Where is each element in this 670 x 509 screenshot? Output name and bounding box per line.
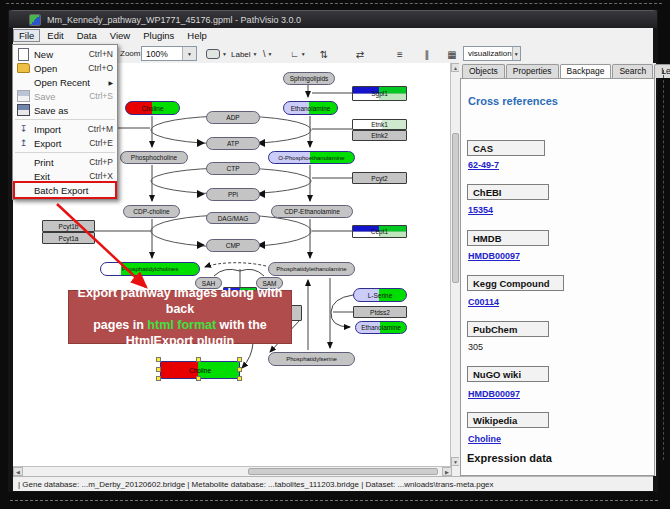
desktop-top-artifact xyxy=(6,3,662,4)
selection-handle[interactable] xyxy=(156,357,161,362)
pathway-node-phosphatidylserine[interactable]: Phosphatidylserine xyxy=(268,352,355,366)
section-header-nugo: NuGO wiki xyxy=(467,366,549,382)
pathway-node-o-phosphoethanolamine[interactable]: O-Phosphoethanolamine xyxy=(268,151,355,164)
section-header-kegg: Kegg Compound xyxy=(467,275,564,291)
tab-backpage[interactable]: Backpage xyxy=(560,64,612,78)
pathway-node-ppi[interactable]: PPi xyxy=(206,188,260,201)
scroll-right-button[interactable]: ▶ xyxy=(442,467,452,476)
window-title: Mm_Kennedy_pathway_WP1771_45176.gpml - P… xyxy=(47,15,301,25)
save-icon xyxy=(17,91,30,102)
pathway-node-dag-mag[interactable]: DAG/MAG xyxy=(206,212,260,224)
selection-handle[interactable] xyxy=(156,376,161,381)
selection-handle[interactable] xyxy=(237,367,242,372)
menu-help[interactable]: Help xyxy=(181,29,213,42)
pathway-node-adp[interactable]: ADP xyxy=(206,111,260,124)
zoom-label: Zoom: xyxy=(120,49,143,58)
menu-item-export[interactable]: ↥ Export Ctrl+E xyxy=(13,136,117,150)
stack-horizontal-icon: ▦ xyxy=(447,49,456,60)
label-tool-button[interactable]: Label ▼ xyxy=(231,47,258,61)
annotation-line2: pages in html format with the xyxy=(93,317,267,333)
dropdown-arrow-icon: ▼ xyxy=(268,51,273,57)
stack-vertical-button[interactable]: ∥ xyxy=(419,46,435,62)
xref-link-chebi[interactable]: 15354 xyxy=(468,205,493,215)
tab-properties[interactable]: Properties xyxy=(506,64,559,78)
menu-item-print[interactable]: Print Ctrl+P xyxy=(13,155,117,169)
pathway-node-phosphatidylcholines[interactable]: Phosphatidylcholines xyxy=(100,262,200,276)
pathway-node-phosphocholine[interactable]: Phosphocholine xyxy=(120,151,188,164)
menu-plugins[interactable]: Plugins xyxy=(137,29,180,42)
title-bar[interactable]: Mm_Kennedy_pathway_WP1771_45176.gpml - P… xyxy=(9,11,657,28)
align-horizontal-button[interactable]: ⇄ xyxy=(352,46,368,62)
selection-handle[interactable] xyxy=(156,367,161,372)
xref-link-nugo[interactable]: HMDB00097 xyxy=(468,389,520,399)
menu-item-label: Exit xyxy=(34,171,50,182)
pathway-node-pcyt1a[interactable]: Pcyt1a xyxy=(42,232,95,244)
pathway-node-etnk1[interactable]: Etnk1 xyxy=(352,119,407,130)
selection-handle[interactable] xyxy=(237,357,242,362)
pathway-node-l-serine[interactable]: L-Serine xyxy=(353,288,407,302)
tab-search[interactable]: Search xyxy=(612,64,653,78)
import-icon: ↧ xyxy=(17,124,30,135)
batch-export-highlight-rect xyxy=(13,181,117,199)
selection-handle[interactable] xyxy=(237,376,242,381)
menu-shortcut: Ctrl+X xyxy=(89,171,113,181)
menu-item-open-recent[interactable]: Open Recent ▶ xyxy=(13,75,117,89)
connector-tool-button[interactable]: ∟ ▼ xyxy=(290,47,306,61)
pathway-node-pcyt1b[interactable]: Pcyt1b xyxy=(42,220,95,232)
pathway-node-cdp-choline[interactable]: CDP-choline xyxy=(123,205,180,218)
annotation-highlight: html format xyxy=(147,318,216,332)
stack-horizontal-button[interactable]: ▦ xyxy=(444,46,460,62)
pathway-node-atp[interactable]: ATP xyxy=(206,137,260,150)
pathway-node-ethanolamine-2[interactable]: Ethanolamine xyxy=(355,321,407,334)
line-tool-button[interactable]: \ ▼ xyxy=(263,47,272,61)
menu-shortcut: Ctrl+S xyxy=(89,91,113,101)
spacer-icon xyxy=(17,171,30,182)
menu-item-label: Export xyxy=(34,138,61,149)
distribute-button[interactable]: ≡ xyxy=(392,46,408,62)
zoom-combobox[interactable]: 100% ▼ xyxy=(141,46,197,61)
pathway-node-ctp[interactable]: CTP xyxy=(206,162,260,175)
screenshot-root: Mm_Kennedy_pathway_WP1771_45176.gpml - P… xyxy=(0,0,670,509)
menu-item-label: Save as xyxy=(34,105,68,116)
menu-file[interactable]: File xyxy=(13,29,40,42)
dropdown-arrow-icon[interactable]: ▼ xyxy=(182,47,196,60)
pathway-node-sgpl1[interactable]: Sgpl1 xyxy=(352,86,407,101)
vscroll-thumb[interactable] xyxy=(452,133,459,283)
pathway-node-ethanolamine[interactable]: Ethanolamine xyxy=(283,101,338,115)
menu-item-save-as[interactable]: Save as xyxy=(13,103,117,117)
pathway-node-sphingolipids[interactable]: Sphingolipids xyxy=(283,72,335,85)
section-header-pubchem: PubChem xyxy=(467,321,549,337)
menu-item-new[interactable]: New Ctrl+N xyxy=(13,47,117,61)
pathway-node-phosphatidylethanolamine[interactable]: Phosphatidylethanolamine xyxy=(268,262,355,276)
connector-tool-icon: ∟ xyxy=(290,49,299,59)
pathway-node-etnk2[interactable]: Etnk2 xyxy=(352,130,407,141)
pathway-node-cmp[interactable]: CMP xyxy=(206,239,260,252)
scroll-left-button[interactable]: ◀ xyxy=(13,467,23,476)
xref-link-kegg[interactable]: C00114 xyxy=(468,297,499,307)
pathway-node-cept1[interactable]: Cept1 xyxy=(352,225,407,238)
datanode-tool-button[interactable]: ▼ xyxy=(206,47,227,61)
xref-link-hmdb[interactable]: HMDB00097 xyxy=(468,251,520,261)
menu-item-label: Save xyxy=(34,91,56,102)
pathway-node-cdp-ethanolamine[interactable]: CDP-Ethanolamine xyxy=(271,205,353,218)
dropdown-arrow-icon[interactable]: ▼ xyxy=(512,47,520,60)
xref-link-cas[interactable]: 62-49-7 xyxy=(468,160,499,170)
pathway-node-choline[interactable]: Choline xyxy=(125,101,180,115)
menu-shortcut: Ctrl+N xyxy=(89,49,113,59)
selection-handle[interactable] xyxy=(196,376,201,381)
pathway-node-ptdss2[interactable]: Ptdss2 xyxy=(353,306,407,318)
menu-data[interactable]: Data xyxy=(71,29,103,42)
pathway-node-pcyt2[interactable]: Pcyt2 xyxy=(352,172,407,184)
datanode-icon xyxy=(206,49,220,59)
align-vertical-button[interactable]: ⇅ xyxy=(316,46,332,62)
xref-link-wikipedia[interactable]: Choline xyxy=(468,434,501,444)
menu-item-label: New xyxy=(34,49,53,60)
visualization-combobox[interactable]: visualization ▼ xyxy=(463,46,521,61)
menu-item-import[interactable]: ↧ Import Ctrl+M xyxy=(13,122,117,136)
tab-objects[interactable]: Objects xyxy=(462,64,505,78)
menu-edit[interactable]: Edit xyxy=(41,29,69,42)
menu-item-open[interactable]: Open Ctrl+O xyxy=(13,61,117,75)
selection-handle[interactable] xyxy=(196,357,201,362)
hscroll-thumb[interactable] xyxy=(248,468,438,475)
menu-view[interactable]: View xyxy=(104,29,136,42)
